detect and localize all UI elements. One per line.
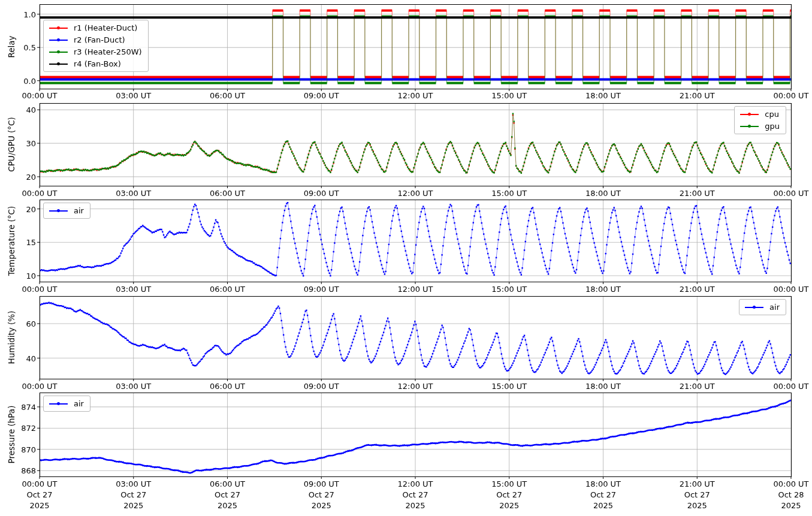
- x-date-label: Oct 27: [215, 490, 240, 499]
- legend-line-marker-icon: [49, 49, 68, 55]
- x-tick-label-relay: 21:00 UT: [680, 91, 715, 100]
- legend-entry: cpu: [740, 110, 780, 119]
- legend-label: air: [74, 206, 84, 215]
- legend-label: gpu: [765, 122, 780, 131]
- x-tick-label-pressure: 15:00 UT: [491, 479, 527, 488]
- x-tick-label-temperature: 21:00 UT: [680, 285, 715, 294]
- x-tick-label-cpu_gpu: 06:00 UT: [210, 189, 245, 198]
- x-tick-label-temperature: 03:00 UT: [116, 285, 151, 294]
- y-tick-label-temperature: 10: [11, 271, 36, 280]
- x-tick-label-cpu_gpu: 15:00 UT: [491, 189, 527, 198]
- legend-entry: r4 (Fan-Box): [49, 59, 142, 68]
- x-tick-label-humidity: 18:00 UT: [585, 382, 621, 391]
- legend-relay: r1 (Heater-Duct)r2 (Fan-Duct)r3 (Heater-…: [43, 20, 149, 72]
- x-year-label: 2025: [405, 501, 425, 510]
- ylabel-pressure: Pressure (hPa): [7, 406, 16, 464]
- x-date-label: Oct 27: [26, 490, 52, 499]
- x-tick-label-humidity: 12:00 UT: [397, 382, 433, 391]
- x-tick-label-temperature: 09:00 UT: [304, 285, 339, 294]
- x-tick-label-relay: 18:00 UT: [585, 91, 621, 100]
- y-tick-label-cpu_gpu: 40: [11, 105, 36, 114]
- figure: Relay CPU/GPU (°C) Temperature (°C) Humi…: [0, 0, 812, 516]
- y-tick-label-pressure: 870: [11, 445, 36, 454]
- y-tick-label-relay: 0.0: [11, 76, 36, 85]
- x-year-label: 2025: [781, 501, 801, 510]
- x-tick-label-cpu_gpu: 00:00 UT: [773, 189, 808, 198]
- legend-line-marker-icon: [740, 111, 759, 117]
- x-tick-label-temperature: 00:00 UT: [773, 285, 808, 294]
- x-tick-label-pressure: 12:00 UT: [397, 479, 433, 488]
- x-tick-label-pressure: 03:00 UT: [116, 479, 151, 488]
- x-tick-label-humidity: 15:00 UT: [491, 382, 527, 391]
- legend-label: r1 (Heater-Duct): [74, 23, 137, 32]
- x-tick-label-humidity: 00:00 UT: [22, 382, 57, 391]
- y-tick-label-humidity: 60: [11, 319, 36, 328]
- legend-label: air: [769, 303, 780, 312]
- legend-entry: air: [49, 206, 84, 215]
- x-tick-label-relay: 06:00 UT: [210, 91, 245, 100]
- legend-cpu_gpu: cpugpu: [734, 106, 786, 134]
- x-tick-label-cpu_gpu: 09:00 UT: [304, 189, 339, 198]
- x-year-label: 2025: [123, 501, 143, 510]
- x-tick-label-temperature: 18:00 UT: [585, 285, 621, 294]
- x-date-label: Oct 27: [496, 490, 522, 499]
- legend-line-marker-icon: [49, 25, 68, 31]
- y-tick-label-pressure: 872: [11, 424, 36, 433]
- x-year-label: 2025: [312, 501, 331, 510]
- legend-label: air: [74, 399, 84, 408]
- y-tick-label-cpu_gpu: 30: [11, 139, 36, 148]
- x-tick-label-pressure: 06:00 UT: [210, 479, 245, 488]
- x-tick-label-humidity: 00:00 UT: [773, 382, 808, 391]
- y-tick-label-temperature: 15: [11, 238, 36, 247]
- x-tick-label-humidity: 09:00 UT: [304, 382, 339, 391]
- x-tick-label-cpu_gpu: 00:00 UT: [22, 189, 57, 198]
- x-tick-label-relay: 00:00 UT: [773, 91, 808, 100]
- x-date-label: Oct 27: [590, 490, 616, 499]
- legend-label: r3 (Heater-250W): [74, 47, 142, 56]
- x-tick-label-cpu_gpu: 21:00 UT: [680, 189, 715, 198]
- legend-label: r2 (Fan-Duct): [74, 35, 125, 44]
- y-tick-label-humidity: 40: [11, 354, 36, 363]
- x-tick-label-temperature: 12:00 UT: [397, 285, 433, 294]
- x-tick-label-pressure: 18:00 UT: [585, 479, 621, 488]
- legend-label: r4 (Fan-Box): [74, 59, 121, 68]
- x-tick-label-pressure: 21:00 UT: [680, 479, 715, 488]
- x-tick-label-relay: 12:00 UT: [397, 91, 433, 100]
- x-tick-label-humidity: 06:00 UT: [210, 382, 245, 391]
- x-date-label: Oct 27: [120, 490, 146, 499]
- x-tick-label-temperature: 06:00 UT: [210, 285, 245, 294]
- legend-entry: r1 (Heater-Duct): [49, 23, 142, 32]
- y-tick-label-cpu_gpu: 20: [11, 172, 36, 181]
- legend-entry: gpu: [740, 122, 780, 131]
- y-tick-label-relay: 1.0: [11, 10, 36, 19]
- y-tick-label-pressure: 874: [11, 402, 36, 411]
- x-tick-label-pressure: 00:00 UT: [22, 479, 57, 488]
- y-tick-label-relay: 0.5: [11, 43, 36, 52]
- charts-canvas: [0, 0, 812, 516]
- x-year-label: 2025: [218, 501, 237, 510]
- x-tick-label-relay: 03:00 UT: [116, 91, 151, 100]
- x-date-label: Oct 27: [684, 490, 710, 499]
- legend-line-marker-icon: [740, 123, 759, 129]
- x-date-label: Oct 27: [402, 490, 428, 499]
- x-tick-label-pressure: 09:00 UT: [304, 479, 339, 488]
- x-tick-label-cpu_gpu: 18:00 UT: [585, 189, 621, 198]
- x-date-label: Oct 27: [309, 490, 334, 499]
- x-tick-label-cpu_gpu: 03:00 UT: [116, 189, 151, 198]
- x-tick-label-relay: 15:00 UT: [491, 91, 527, 100]
- legend-temperature: air: [43, 203, 90, 219]
- x-tick-label-humidity: 21:00 UT: [680, 382, 715, 391]
- legend-line-marker-icon: [49, 208, 68, 214]
- legend-line-marker-icon: [49, 37, 68, 43]
- x-tick-label-temperature: 15:00 UT: [491, 285, 527, 294]
- legend-line-marker-icon: [49, 61, 68, 67]
- legend-pressure: air: [43, 396, 90, 412]
- y-tick-label-pressure: 868: [11, 466, 36, 475]
- x-tick-label-cpu_gpu: 12:00 UT: [397, 189, 433, 198]
- x-year-label: 2025: [29, 501, 49, 510]
- legend-line-marker-icon: [49, 401, 68, 407]
- legend-entry: air: [49, 399, 84, 408]
- x-year-label: 2025: [499, 501, 519, 510]
- legend-entry: r3 (Heater-250W): [49, 47, 142, 56]
- legend-label: cpu: [765, 110, 779, 119]
